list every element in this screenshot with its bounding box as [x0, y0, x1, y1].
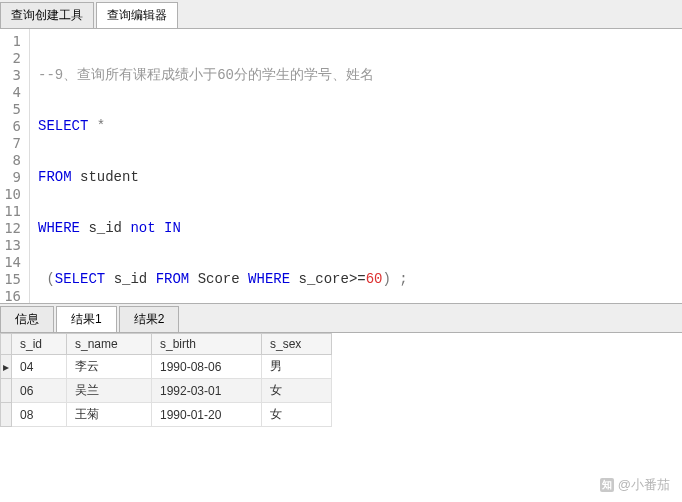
line-number: 4	[4, 84, 21, 101]
cell-ssex[interactable]: 女	[262, 403, 332, 427]
cell-sname[interactable]: 李云	[67, 355, 152, 379]
line-number: 13	[4, 237, 21, 254]
line-number: 2	[4, 50, 21, 67]
cell-ssex[interactable]: 女	[262, 379, 332, 403]
line-number: 12	[4, 220, 21, 237]
line-number: 6	[4, 118, 21, 135]
line-number: 14	[4, 254, 21, 271]
kw-from: FROM	[156, 271, 190, 287]
line-number: 8	[4, 152, 21, 169]
kw-where: WHERE	[38, 220, 80, 236]
col-header-sid[interactable]: s_id	[12, 334, 67, 355]
tab-info[interactable]: 信息	[0, 306, 54, 332]
kw-select: SELECT	[38, 118, 88, 134]
editor-top-tabs: 查询创建工具 查询编辑器	[0, 0, 682, 29]
cell-sid[interactable]: 06	[12, 379, 67, 403]
cell-sbirth[interactable]: 1990-08-06	[152, 355, 262, 379]
code-col: s_id	[80, 220, 130, 236]
results-grid: s_id s_name s_birth s_sex ▸ 04 李云 1990-0…	[0, 333, 682, 502]
line-number: 9	[4, 169, 21, 186]
code-table: Score	[189, 271, 248, 287]
kw-from: FROM	[38, 169, 72, 185]
code-table: student	[72, 169, 139, 185]
row-selector-header	[1, 334, 12, 355]
code-comment: --9、查询所有课程成绩小于60分的学生的学号、姓名	[38, 67, 374, 83]
code-paren: (	[38, 271, 55, 287]
row-pointer-icon: ▸	[1, 355, 12, 379]
table-row[interactable]: ▸ 04 李云 1990-08-06 男	[1, 355, 332, 379]
cell-sid[interactable]: 04	[12, 355, 67, 379]
cell-sid[interactable]: 08	[12, 403, 67, 427]
line-number: 15	[4, 271, 21, 288]
cell-ssex[interactable]: 男	[262, 355, 332, 379]
kw-where: WHERE	[248, 271, 290, 287]
line-number: 7	[4, 135, 21, 152]
code-paren: ) ;	[383, 271, 408, 287]
col-header-sbirth[interactable]: s_birth	[152, 334, 262, 355]
kw-select: SELECT	[55, 271, 105, 287]
line-number-gutter: 1 2 3 4 5 6 7 8 9 10 11 12 13 14 15 16	[0, 29, 30, 303]
line-number: 11	[4, 203, 21, 220]
table-header-row: s_id s_name s_birth s_sex	[1, 334, 332, 355]
line-number: 16	[4, 288, 21, 305]
row-pointer	[1, 403, 12, 427]
code-col: s_id	[105, 271, 155, 287]
tab-result2[interactable]: 结果2	[119, 306, 180, 332]
col-header-sname[interactable]: s_name	[67, 334, 152, 355]
sql-editor: 1 2 3 4 5 6 7 8 9 10 11 12 13 14 15 16 -…	[0, 29, 682, 304]
table-row[interactable]: 06 吴兰 1992-03-01 女	[1, 379, 332, 403]
kw-in: IN	[156, 220, 181, 236]
line-number: 10	[4, 186, 21, 203]
tab-query-editor[interactable]: 查询编辑器	[96, 2, 178, 28]
tab-query-builder[interactable]: 查询创建工具	[0, 2, 94, 28]
code-number: 60	[366, 271, 383, 287]
code-cond: s_core>=	[290, 271, 366, 287]
line-number: 5	[4, 101, 21, 118]
col-header-ssex[interactable]: s_sex	[262, 334, 332, 355]
tab-result1[interactable]: 结果1	[56, 306, 117, 332]
kw-not: not	[130, 220, 155, 236]
line-number: 3	[4, 67, 21, 84]
cell-sbirth[interactable]: 1990-01-20	[152, 403, 262, 427]
cell-sname[interactable]: 王菊	[67, 403, 152, 427]
code-star: *	[88, 118, 105, 134]
cell-sbirth[interactable]: 1992-03-01	[152, 379, 262, 403]
table-row[interactable]: 08 王菊 1990-01-20 女	[1, 403, 332, 427]
line-number: 1	[4, 33, 21, 50]
cell-sname[interactable]: 吴兰	[67, 379, 152, 403]
row-pointer	[1, 379, 12, 403]
sql-code-area[interactable]: --9、查询所有课程成绩小于60分的学生的学号、姓名 SELECT * FROM…	[30, 29, 682, 303]
results-table[interactable]: s_id s_name s_birth s_sex ▸ 04 李云 1990-0…	[0, 333, 332, 427]
